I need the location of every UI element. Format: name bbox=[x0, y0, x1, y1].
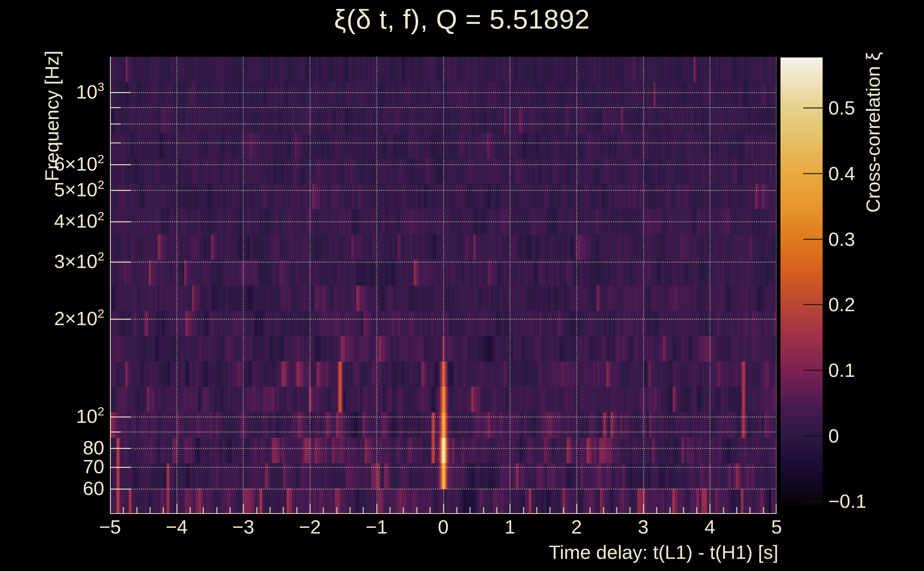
y-tick-label: 2×102 bbox=[54, 308, 104, 328]
x-axis-title: Time delay: t(L1) - t(H1) [s] bbox=[549, 541, 778, 563]
y-tick-label: 70 bbox=[83, 456, 104, 476]
x-tick-label: 3 bbox=[638, 517, 649, 537]
spectrogram-figure: { "page": { "background": "#000000", "in… bbox=[0, 0, 924, 571]
colorbar-tick-label: 0.2 bbox=[828, 295, 855, 315]
y-tick-label: 103 bbox=[76, 82, 104, 102]
x-tick-label: −1 bbox=[366, 517, 388, 537]
x-tick-label: 5 bbox=[771, 517, 782, 537]
x-tick-label: 4 bbox=[705, 517, 715, 537]
colorbar-tick-label: −0.1 bbox=[828, 491, 867, 511]
y-tick-label: 4×102 bbox=[54, 211, 104, 230]
x-tick-label: 1 bbox=[504, 517, 515, 537]
colorbar-title: Cross-correlation ξ bbox=[861, 52, 885, 213]
colorbar-tick-label: 0 bbox=[828, 426, 839, 446]
x-tick-label: −2 bbox=[299, 517, 321, 537]
y-tick-label: 80 bbox=[83, 438, 104, 457]
y-tick-label: 3×102 bbox=[54, 251, 104, 271]
x-tick-label: 2 bbox=[571, 517, 582, 537]
x-tick-label: −5 bbox=[99, 517, 121, 537]
colorbar-tick-label: 0.4 bbox=[828, 164, 855, 184]
colorbar-tick-label: 0.3 bbox=[828, 229, 855, 249]
colorbar-canvas bbox=[780, 57, 823, 506]
cross-correlation-heatmap-canvas bbox=[110, 57, 777, 514]
x-tick-label: −3 bbox=[232, 517, 255, 537]
figure-title: ξ(δ t, f), Q = 5.51892 bbox=[0, 3, 924, 35]
x-tick-label: −4 bbox=[166, 517, 188, 537]
colorbar-tick-label: 0.1 bbox=[828, 360, 855, 380]
y-tick-label: 60 bbox=[83, 478, 104, 498]
y-tick-label: 6×102 bbox=[54, 153, 104, 173]
y-tick-label: 5×102 bbox=[54, 179, 104, 199]
colorbar-tick-label: 0.5 bbox=[828, 98, 855, 118]
x-tick-label: 0 bbox=[438, 517, 448, 537]
y-tick-label: 102 bbox=[76, 406, 104, 426]
